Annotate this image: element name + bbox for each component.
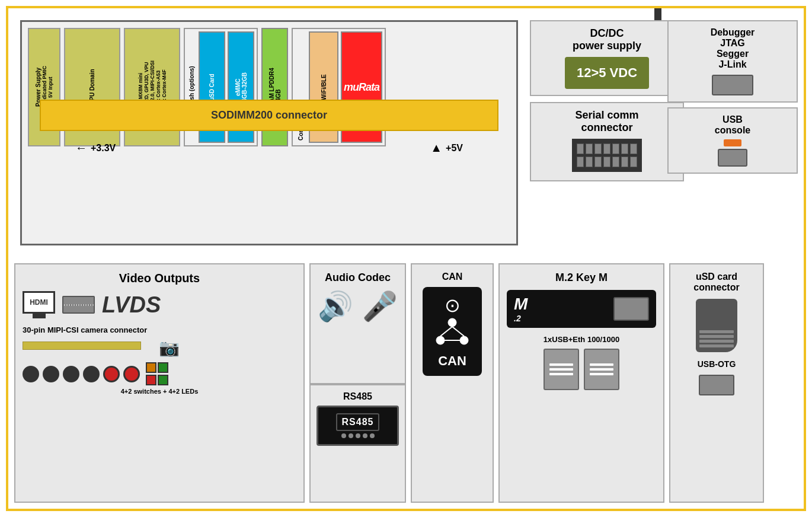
mipi-row: 📷 (23, 338, 296, 358)
serial-pin (603, 143, 610, 154)
audio-icons: 🔊 🎤 (318, 290, 398, 323)
usb-console-icon (718, 149, 747, 167)
usd-stripe-2 (699, 335, 734, 338)
arrow-up-icon (430, 141, 442, 155)
usb-console-panel: USBconsole (667, 107, 798, 174)
far-right-panels: DebuggerJTAGSeggerJ-Link USBconsole (667, 20, 798, 174)
murata-label: muRata (344, 81, 379, 94)
serial-pin (621, 143, 628, 154)
serial-pin (586, 143, 593, 154)
sodimm-connector: SODIMM200 connector (40, 100, 498, 131)
switches-row (23, 362, 296, 385)
can-title: CAN (419, 272, 485, 282)
led-row-top (146, 362, 168, 373)
serial-connector-icon (572, 139, 642, 172)
led-row-bottom (146, 375, 168, 385)
svg-line-4 (452, 327, 464, 336)
audio-title: Audio Codec (318, 272, 398, 284)
monitor-group: HDMI (23, 291, 55, 318)
voltage-right-label: +5V (446, 143, 463, 154)
module-area: Power Supply Dedicated PMIC 5V Input CPU… (20, 20, 518, 245)
mic-icon: 🎤 (362, 290, 398, 323)
usb-orange-icon (724, 139, 741, 146)
serial-pin (612, 143, 619, 154)
serial-pin (603, 157, 610, 167)
port-line-6 (590, 373, 613, 375)
serial-pin-row-1 (577, 143, 637, 154)
video-panel: Video Outputs HDMI LVDS 30-pin MIPI- (14, 263, 305, 503)
svg-line-3 (440, 327, 452, 336)
usb-otg-title: USB-OTG (677, 359, 756, 369)
switch-red-2[interactable] (123, 366, 140, 382)
rs485-pins (341, 433, 375, 438)
audio-panel: Audio Codec 🔊 🎤 (309, 263, 406, 384)
usd-stripe-1 (699, 330, 734, 333)
usd-connector-panel: uSD cardconnector USB-OTG (669, 263, 764, 503)
rs485-text: RS485 (336, 413, 380, 431)
right-top-panels: DC/DCpower supply 12>5 VDC Serial commco… (530, 20, 684, 181)
m2-icon: M .2 (507, 290, 656, 328)
led-orange (146, 362, 156, 373)
monitor-icon: HDMI (23, 291, 55, 314)
can-label: CAN (438, 353, 466, 369)
voltage-left-label: +3.3V (91, 143, 116, 154)
hdmi-cable-icon (62, 296, 95, 314)
serial-pin (612, 157, 619, 167)
switch-red-1[interactable] (103, 366, 120, 382)
audio-rs485-column: Audio Codec 🔊 🎤 RS485 RS485 (309, 263, 406, 503)
arrow-left-icon (75, 141, 87, 155)
outer-border: Power Supply Dedicated PMIC 5V Input CPU… (6, 6, 806, 511)
hdmi-lines (64, 304, 94, 306)
port-line-4 (590, 363, 613, 366)
can-panel: CAN ⊙ CAN (411, 263, 494, 503)
switch-black-3[interactable] (63, 366, 79, 382)
rs485-pin-5 (370, 433, 375, 438)
serial-pin (630, 143, 637, 154)
serial-pin (577, 143, 584, 154)
switch-black-1[interactable] (23, 366, 39, 382)
switches-label: 4+2 switches + 4+2 LEDs (23, 388, 296, 395)
svg-point-0 (448, 318, 456, 327)
serial-pin (594, 157, 602, 167)
rs485-title: RS485 (317, 391, 399, 402)
can-network-svg (434, 317, 470, 346)
m2-panel: M.2 Key M M .2 1xUSB+Eth 100/1000 (498, 263, 664, 503)
camera-icon: 📷 (159, 338, 180, 358)
svg-point-2 (460, 336, 468, 344)
svg-point-1 (436, 336, 445, 344)
voltage-left: +3.3V (75, 141, 116, 155)
m2-text-2: .2 (514, 314, 521, 323)
m2-text-group: M .2 (514, 295, 528, 323)
usb-port-icon (544, 349, 579, 390)
usd-stripe-3 (699, 340, 734, 343)
mipi-section: 30-pin MIPI-CSI camera connector 📷 (23, 325, 296, 358)
m2-slot (613, 297, 649, 321)
usd-connector-title: uSD cardconnector (677, 272, 756, 293)
serial-pin (621, 157, 628, 167)
usb-console-title: USBconsole (674, 114, 791, 136)
port-line-5 (590, 368, 613, 371)
serial-comm-panel: Serial commconnector (530, 102, 684, 181)
led-green-2 (158, 375, 168, 385)
serial-pin-row-2 (577, 157, 637, 167)
serial-pin (586, 157, 593, 167)
emmc-label: eMMC4GB-32GB (235, 72, 248, 102)
speaker-icon: 🔊 (318, 290, 353, 323)
rs485-pin-2 (349, 433, 353, 438)
can-icon: ⊙ CAN (423, 287, 482, 376)
port-line-3 (549, 373, 573, 375)
mipi-connector-icon (23, 342, 141, 350)
dcdc-panel: DC/DCpower supply 12>5 VDC (530, 20, 684, 96)
video-icons: HDMI LVDS (23, 291, 296, 318)
led-green-1 (158, 362, 168, 373)
video-title: Video Outputs (23, 272, 296, 285)
port-line-1 (549, 363, 573, 366)
debugger-title: DebuggerJTAGSeggerJ-Link (674, 27, 791, 70)
led-red-1 (146, 375, 156, 385)
lvds-label: LVDS (102, 292, 161, 318)
eth-port-icon (584, 349, 619, 390)
debugger-panel: DebuggerJTAGSeggerJ-Link (667, 20, 798, 103)
switch-black-4[interactable] (83, 366, 100, 382)
switch-black-2[interactable] (43, 366, 59, 382)
port-line-2 (549, 368, 573, 371)
